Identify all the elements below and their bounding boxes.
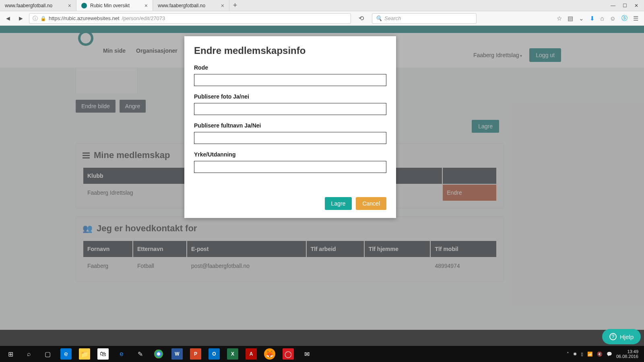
smiley-icon[interactable]: ☺ (610, 15, 616, 22)
browser-tabs: www.faabergfotball.no × Rubic Min oversi… (0, 0, 605, 11)
reader-icon[interactable]: ▤ (568, 15, 573, 22)
label-foto: Publisere foto Ja/nei (194, 93, 386, 100)
home-icon[interactable]: ⌂ (601, 15, 604, 22)
firefox-icon[interactable]: 🦊 (264, 348, 275, 360)
ie-icon[interactable]: e (116, 348, 127, 360)
rubic-favicon-icon (81, 3, 87, 8)
input-foto[interactable] (194, 103, 386, 115)
skype-icon[interactable]: ⓢ (621, 14, 627, 22)
tab-label: www.faabergfotball.no (158, 3, 205, 8)
url-bar[interactable]: ⓘ 🔒 https://rubic.azurewebsites.net/pers… (29, 13, 351, 24)
back-button[interactable]: ◄ (3, 14, 13, 23)
pocket-icon[interactable]: ⌄ (579, 15, 584, 22)
tab-faaberg-1[interactable]: www.faabergfotball.no × (0, 0, 76, 11)
excel-icon[interactable]: X (227, 348, 238, 360)
tab-label: Rubic Min oversikt (90, 3, 130, 8)
page-viewport: Min side Organisasjoner Faaberg Idrettsl… (0, 26, 644, 346)
tray-icon[interactable]: ✱ (573, 352, 577, 357)
input-rode[interactable] (194, 74, 386, 86)
input-fultnavn[interactable] (194, 132, 386, 144)
url-path: /person/edit/27073 (122, 15, 165, 21)
field-rode: Rode (194, 64, 386, 86)
start-button[interactable]: ⊞ (5, 348, 16, 360)
close-icon[interactable]: × (68, 2, 71, 9)
field-foto: Publisere foto Ja/nei (194, 93, 386, 115)
toolbar-right-icons: ☆ ▤ ⌄ ⬇ ⌂ ☺ ⓢ ☰ (557, 14, 641, 22)
taskbar-right: ˄ ✱ ▯ 📶 🔇 💬 13:49 06.08.2016 (567, 349, 642, 359)
label-fultnavn: Publisere fultnavn Ja/Nei (194, 122, 386, 129)
app-icon[interactable]: ✎ (134, 348, 146, 360)
windows-taskbar: ⊞ ⌕ ▢ e 📁 🛍 e ✎ W P O X A 🦊 ◯ ✉ ˄ ✱ ▯ 📶 … (0, 346, 644, 362)
close-icon[interactable]: × (221, 2, 224, 9)
modal-buttons: Lagre Cancel (194, 197, 386, 210)
browser-toolbar: ◄ ► ⓘ 🔒 https://rubic.azurewebsites.net/… (0, 11, 644, 26)
help-fab[interactable]: ? Hjelp (602, 329, 641, 344)
close-icon[interactable]: × (144, 2, 148, 9)
field-yrke: Yrke/Utdanning (194, 151, 386, 173)
menu-icon[interactable]: ☰ (633, 15, 638, 22)
modal-cancel-button[interactable]: Cancel (356, 197, 386, 210)
field-fultnavn: Publisere fultnavn Ja/Nei (194, 122, 386, 144)
maximize-icon[interactable]: ☐ (623, 3, 627, 8)
search-bar[interactable]: 🔍 Search (372, 13, 477, 24)
search-taskbar-icon[interactable]: ⌕ (23, 348, 35, 360)
trend-icon[interactable]: ◯ (283, 348, 294, 360)
label-yrke: Yrke/Utdanning (194, 151, 386, 158)
clock-time: 13:49 (616, 349, 638, 354)
file-explorer-icon[interactable]: 📁 (79, 348, 90, 360)
reload-button[interactable]: ⟲ (357, 14, 365, 22)
close-window-icon[interactable]: ✕ (634, 3, 638, 8)
mail-icon[interactable]: ✉ (301, 348, 312, 360)
clock-date: 06.08.2016 (616, 354, 638, 359)
word-icon[interactable]: W (171, 348, 183, 360)
search-icon: 🔍 (376, 15, 382, 21)
modal-save-button[interactable]: Lagre (325, 197, 352, 210)
acrobat-icon[interactable]: A (246, 348, 257, 360)
help-icon: ? (609, 333, 617, 340)
store-icon[interactable]: 🛍 (97, 348, 109, 360)
tray-chevron-icon[interactable]: ˄ (567, 352, 569, 357)
edit-membership-modal: Endre medlemskapsinfo Rode Publisere fot… (184, 36, 396, 218)
wifi-icon[interactable]: 📶 (587, 352, 593, 357)
tab-faaberg-2[interactable]: www.faabergfotball.no × (153, 0, 229, 11)
battery-icon[interactable]: ▯ (581, 352, 583, 357)
label-rode: Rode (194, 64, 386, 71)
taskbar-clock[interactable]: 13:49 06.08.2016 (616, 349, 638, 359)
modal-title: Endre medlemskapsinfo (194, 45, 386, 56)
notifications-icon[interactable]: 💬 (607, 352, 612, 357)
lock-icon: 🔒 (40, 16, 46, 21)
bookmark-star-icon[interactable]: ☆ (557, 15, 562, 22)
taskbar-left: ⊞ ⌕ ▢ e 📁 🛍 e ✎ W P O X A 🦊 ◯ ✉ (2, 348, 312, 360)
input-yrke[interactable] (194, 161, 386, 173)
tab-label: www.faabergfotball.no (5, 3, 52, 8)
edge-icon[interactable]: e (60, 348, 72, 360)
search-placeholder: Search (384, 15, 401, 21)
chrome-icon[interactable] (153, 348, 164, 360)
forward-button[interactable]: ► (16, 14, 26, 23)
minimize-icon[interactable]: — (611, 3, 615, 8)
info-icon: ⓘ (33, 15, 38, 22)
help-label: Hjelp (620, 333, 634, 340)
new-tab-button[interactable]: + (229, 0, 241, 11)
downloads-icon[interactable]: ⬇ (590, 15, 595, 22)
volume-icon[interactable]: 🔇 (597, 352, 603, 357)
taskview-icon[interactable]: ▢ (42, 348, 53, 360)
outlook-icon[interactable]: O (208, 348, 220, 360)
tab-rubic[interactable]: Rubic Min oversikt × (76, 0, 153, 11)
window-controls: — ☐ ✕ (605, 0, 644, 11)
url-host: https://rubic.azurewebsites.net (49, 15, 120, 21)
powerpoint-icon[interactable]: P (190, 348, 201, 360)
browser-titlebar: www.faabergfotball.no × Rubic Min oversi… (0, 0, 644, 11)
